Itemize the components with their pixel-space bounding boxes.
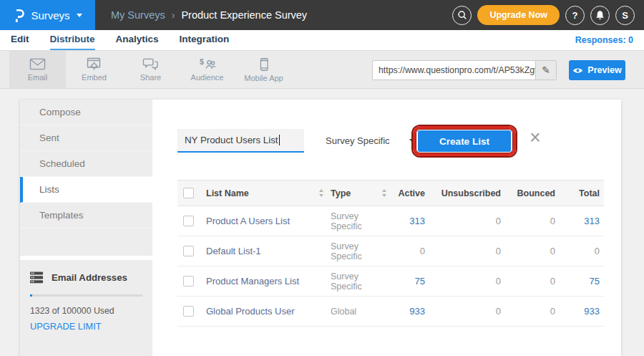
list-name-link[interactable]: Product Managers List bbox=[206, 276, 299, 287]
table-row: Default List-1 Survey Specific 0 0 0 0 bbox=[177, 236, 604, 266]
content-area: Compose Sent Scheduled Lists Templates bbox=[0, 90, 644, 356]
table-row: Global Products User Global 933 0 0 933 bbox=[177, 297, 604, 327]
table-row: Product A Users List Survey Specific 313… bbox=[177, 206, 604, 236]
pencil-icon: ✎ bbox=[542, 64, 550, 76]
total-count[interactable]: 313 bbox=[565, 216, 604, 226]
bell-icon bbox=[595, 10, 605, 21]
tab-integration[interactable]: Integration bbox=[180, 30, 230, 50]
row-checkbox[interactable] bbox=[183, 276, 194, 287]
close-icon[interactable]: × bbox=[530, 128, 541, 148]
embed-icon bbox=[87, 57, 102, 71]
sidebar-item-sent[interactable]: Sent bbox=[20, 125, 152, 151]
email-icon bbox=[29, 57, 46, 71]
breadcrumb-my-surveys[interactable]: My Surveys bbox=[111, 9, 165, 21]
survey-url-field: https://www.questionpro.com/t/AP53kZgfo … bbox=[372, 60, 557, 80]
list-name-link[interactable]: Product A Users List bbox=[206, 216, 290, 226]
column-header-list-name[interactable]: List Name bbox=[206, 188, 249, 198]
total-count: 0 bbox=[565, 246, 604, 256]
total-count[interactable]: 75 bbox=[565, 276, 604, 287]
text-cursor bbox=[279, 135, 280, 145]
column-header-type[interactable]: Type bbox=[331, 188, 351, 198]
email-addresses-title: Email Addresses bbox=[52, 272, 127, 283]
active-count: 0 bbox=[394, 246, 431, 256]
notifications-button[interactable] bbox=[590, 6, 610, 25]
column-header-total: Total bbox=[565, 188, 604, 198]
tab-analytics[interactable]: Analytics bbox=[116, 30, 159, 50]
list-type-dropdown[interactable]: Survey Specific bbox=[326, 129, 415, 153]
survey-tab-bar: Edit Distribute Analytics Integration Re… bbox=[0, 30, 644, 50]
bounced-count: 0 bbox=[509, 276, 565, 287]
channel-email[interactable]: Email bbox=[9, 51, 66, 88]
sidebar-item-scheduled[interactable]: Scheduled bbox=[20, 151, 152, 177]
questionpro-distribute-lists-screen: Surveys My Surveys › Product Experience … bbox=[0, 0, 644, 356]
unsubscribed-count: 0 bbox=[431, 306, 509, 317]
row-checkbox[interactable] bbox=[183, 306, 194, 317]
preview-button[interactable]: Preview bbox=[569, 60, 625, 80]
list-name-input[interactable]: NY Product Users List bbox=[177, 129, 304, 153]
eye-icon bbox=[572, 67, 583, 74]
mobile-app-icon bbox=[256, 57, 272, 72]
avatar-initial: S bbox=[622, 10, 628, 21]
tab-distribute[interactable]: Distribute bbox=[50, 30, 95, 50]
survey-url-input[interactable]: https://www.questionpro.com/t/AP53kZgfo bbox=[373, 61, 535, 80]
upgrade-limit-link[interactable]: UPGRADE LIMIT bbox=[30, 321, 102, 332]
channel-audience[interactable]: $ Audience bbox=[179, 51, 235, 88]
email-usage-progress-bar bbox=[30, 294, 142, 297]
sidebar-filler bbox=[20, 228, 152, 256]
surveys-product-switcher[interactable]: Surveys bbox=[0, 0, 95, 30]
share-icon bbox=[142, 57, 159, 71]
total-count[interactable]: 933 bbox=[565, 306, 604, 317]
top-bar: Surveys My Surveys › Product Experience … bbox=[0, 0, 644, 30]
active-count[interactable]: 75 bbox=[394, 276, 431, 287]
bounced-count: 0 bbox=[509, 246, 565, 256]
row-checkbox[interactable] bbox=[183, 246, 194, 256]
channel-mobile-app[interactable]: Mobile App bbox=[235, 51, 292, 88]
create-list-button[interactable]: Create List bbox=[418, 130, 511, 152]
sort-icon[interactable] bbox=[319, 189, 323, 197]
table-header-row: List Name Type Active Unsubscribed Bounc… bbox=[177, 180, 604, 206]
upgrade-now-button[interactable]: Upgrade Now bbox=[477, 5, 560, 25]
column-header-active: Active bbox=[394, 188, 431, 198]
column-header-unsubscribed: Unsubscribed bbox=[431, 188, 509, 198]
breadcrumb-separator: › bbox=[172, 9, 175, 21]
sidebar-item-templates[interactable]: Templates bbox=[20, 203, 152, 228]
address-list-icon bbox=[30, 271, 44, 284]
unsubscribed-count: 0 bbox=[431, 216, 509, 226]
product-name: Surveys bbox=[31, 9, 69, 21]
unsubscribed-count: 0 bbox=[431, 246, 509, 256]
tab-edit[interactable]: Edit bbox=[11, 30, 29, 50]
audience-icon: $ bbox=[199, 57, 216, 71]
sort-icon[interactable] bbox=[382, 189, 386, 197]
questionpro-logo-icon bbox=[13, 8, 24, 23]
active-count[interactable]: 933 bbox=[394, 306, 431, 317]
bounced-count: 0 bbox=[509, 216, 565, 226]
breadcrumb: My Surveys › Product Experience Survey bbox=[111, 9, 307, 21]
svg-text:$: $ bbox=[199, 57, 203, 66]
search-button[interactable] bbox=[452, 6, 472, 25]
email-lists-table: List Name Type Active Unsubscribed Bounc… bbox=[177, 180, 604, 327]
email-usage-progress-fill bbox=[30, 294, 32, 297]
list-name-link[interactable]: Default List-1 bbox=[206, 246, 261, 256]
unsubscribed-count: 0 bbox=[431, 276, 509, 287]
select-all-checkbox[interactable] bbox=[183, 188, 194, 198]
top-bar-actions: Upgrade Now ? S bbox=[452, 0, 635, 30]
search-icon bbox=[457, 10, 467, 20]
chevron-down-icon bbox=[77, 14, 82, 17]
page-title: Product Experience Survey bbox=[181, 9, 307, 21]
channel-share[interactable]: Share bbox=[122, 51, 179, 88]
distribute-channel-toolbar: Email Embed Share $ bbox=[0, 50, 644, 89]
email-usage-text: 1323 of 100000 Used bbox=[30, 306, 142, 316]
account-avatar[interactable]: S bbox=[615, 6, 635, 25]
list-name-link[interactable]: Global Products User bbox=[206, 306, 295, 317]
channel-embed[interactable]: Embed bbox=[66, 51, 122, 88]
sidebar-item-compose[interactable]: Compose bbox=[20, 100, 152, 125]
responses-count[interactable]: Responses: 0 bbox=[575, 35, 633, 45]
sidebar-item-lists[interactable]: Lists bbox=[20, 177, 152, 203]
help-button[interactable]: ? bbox=[565, 6, 585, 25]
lists-panel: Compose Sent Scheduled Lists Templates bbox=[20, 100, 621, 356]
row-checkbox[interactable] bbox=[183, 216, 194, 226]
active-count[interactable]: 313 bbox=[394, 216, 431, 226]
edit-url-button[interactable]: ✎ bbox=[535, 61, 556, 80]
table-row: Product Managers List Survey Specific 75… bbox=[177, 266, 604, 297]
column-header-bounced: Bounced bbox=[509, 188, 565, 198]
